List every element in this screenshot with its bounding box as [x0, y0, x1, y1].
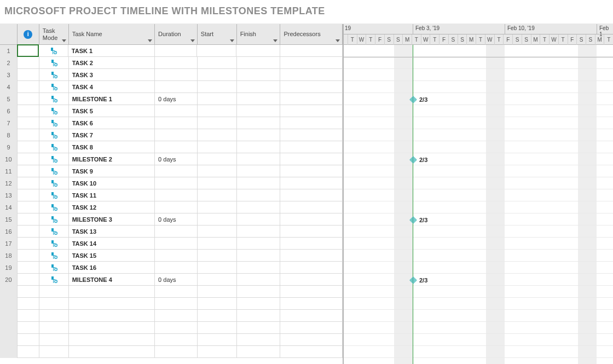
- table-row[interactable]: 19 ? TASK 16: [0, 262, 343, 274]
- task-name-cell[interactable]: TASK 11: [69, 189, 155, 201]
- start-cell[interactable]: [198, 117, 237, 129]
- finish-cell[interactable]: [237, 274, 281, 286]
- gantt-row[interactable]: [344, 45, 613, 57]
- task-mode-cell[interactable]: ?: [39, 81, 69, 93]
- task-mode-cell[interactable]: [39, 322, 69, 334]
- table-row[interactable]: 10 ? MILESTONE 2 0 days: [0, 153, 343, 165]
- finish-cell[interactable]: [237, 189, 281, 201]
- task-name-cell[interactable]: [69, 298, 155, 310]
- task-name-cell[interactable]: TASK 7: [69, 129, 155, 141]
- row-number[interactable]: 15: [0, 213, 18, 226]
- predecessors-cell[interactable]: [280, 298, 343, 310]
- row-number[interactable]: 10: [0, 153, 18, 165]
- task-mode-cell[interactable]: ?: [39, 250, 69, 262]
- info-cell[interactable]: [18, 189, 39, 201]
- table-row[interactable]: 6 ? TASK 5: [0, 105, 343, 117]
- gantt-row[interactable]: [344, 213, 613, 226]
- duration-cell[interactable]: [155, 117, 198, 129]
- start-cell[interactable]: [198, 69, 237, 81]
- duration-cell[interactable]: [155, 189, 198, 201]
- task-mode-cell[interactable]: ?: [39, 57, 69, 69]
- task-mode-cell[interactable]: ?: [39, 274, 69, 286]
- finish-cell[interactable]: [237, 129, 281, 141]
- start-cell[interactable]: [198, 310, 237, 322]
- start-cell[interactable]: [198, 322, 237, 334]
- rownum-header[interactable]: [0, 24, 18, 44]
- task-name-cell[interactable]: MILESTONE 3: [69, 213, 155, 226]
- duration-cell[interactable]: [155, 129, 198, 141]
- table-row[interactable]: [0, 346, 343, 358]
- predecessors-cell[interactable]: [280, 286, 343, 298]
- task-name-cell[interactable]: [69, 346, 155, 358]
- info-cell[interactable]: [18, 322, 39, 334]
- info-cell[interactable]: [18, 69, 39, 81]
- gantt-row[interactable]: [344, 286, 613, 298]
- row-number[interactable]: 2: [0, 57, 18, 69]
- start-cell[interactable]: [198, 213, 237, 226]
- row-number[interactable]: [0, 286, 18, 298]
- gantt-row[interactable]: [344, 334, 613, 346]
- finish-cell[interactable]: [237, 262, 281, 274]
- finish-cell[interactable]: [237, 226, 281, 238]
- info-cell[interactable]: [18, 334, 39, 346]
- task-name-cell[interactable]: TASK 6: [69, 117, 155, 129]
- row-number[interactable]: [0, 334, 18, 346]
- predecessors-cell[interactable]: [280, 153, 343, 165]
- task-name-cell[interactable]: TASK 13: [69, 226, 155, 238]
- task-name-cell[interactable]: TASK 9: [69, 165, 155, 177]
- row-number[interactable]: 13: [0, 189, 18, 201]
- row-number[interactable]: 20: [0, 274, 18, 286]
- duration-cell[interactable]: 0 days: [155, 274, 198, 286]
- task-mode-cell[interactable]: [39, 334, 69, 346]
- row-number[interactable]: [0, 346, 18, 358]
- predecessors-header[interactable]: Predecessors: [280, 24, 343, 44]
- gantt-row[interactable]: [344, 117, 613, 129]
- finish-cell[interactable]: [236, 45, 280, 57]
- info-cell[interactable]: [18, 117, 39, 129]
- info-cell[interactable]: [18, 93, 39, 105]
- start-cell[interactable]: [198, 238, 237, 250]
- task-mode-cell[interactable]: [39, 298, 69, 310]
- task-mode-cell[interactable]: ?: [39, 117, 69, 129]
- task-name-cell[interactable]: TASK 14: [69, 238, 155, 250]
- finish-cell[interactable]: [237, 57, 281, 69]
- finish-cell[interactable]: [237, 69, 281, 81]
- predecessors-cell[interactable]: [280, 322, 343, 334]
- gantt-row[interactable]: [344, 81, 613, 93]
- duration-cell[interactable]: [155, 346, 198, 358]
- table-row[interactable]: 14 ? TASK 12: [0, 201, 343, 213]
- table-row[interactable]: 16 ? TASK 13: [0, 226, 343, 238]
- gantt-row[interactable]: [344, 226, 613, 238]
- gantt-row[interactable]: [344, 69, 613, 81]
- gantt-row[interactable]: [344, 189, 613, 201]
- predecessors-cell[interactable]: [280, 57, 343, 69]
- task-mode-cell[interactable]: ?: [39, 141, 69, 153]
- task-name-cell[interactable]: TASK 5: [69, 105, 155, 117]
- duration-cell[interactable]: [155, 334, 198, 346]
- start-cell[interactable]: [198, 346, 237, 358]
- info-cell[interactable]: [18, 286, 39, 298]
- gantt-row[interactable]: [344, 153, 613, 165]
- duration-cell[interactable]: [155, 322, 198, 334]
- task-mode-cell[interactable]: [39, 346, 69, 358]
- start-cell[interactable]: [198, 274, 237, 286]
- info-cell[interactable]: [18, 141, 39, 153]
- table-row[interactable]: 3 ? TASK 3: [0, 69, 343, 81]
- gantt-row[interactable]: [344, 262, 613, 274]
- table-row[interactable]: 7 ? TASK 6: [0, 117, 343, 129]
- task-name-cell[interactable]: TASK 4: [69, 81, 155, 93]
- row-number[interactable]: 18: [0, 250, 18, 262]
- info-cell[interactable]: [18, 177, 39, 189]
- info-cell[interactable]: [18, 298, 39, 310]
- predecessors-cell[interactable]: [280, 69, 343, 81]
- predecessors-cell[interactable]: [280, 201, 343, 213]
- table-row[interactable]: [0, 334, 343, 346]
- duration-cell[interactable]: [155, 69, 198, 81]
- finish-cell[interactable]: [237, 201, 281, 213]
- finish-cell[interactable]: [237, 213, 281, 226]
- finish-cell[interactable]: [237, 105, 281, 117]
- task-mode-cell[interactable]: ?: [39, 45, 68, 57]
- start-cell[interactable]: [198, 165, 237, 177]
- gantt-row[interactable]: [344, 165, 613, 177]
- row-number[interactable]: 6: [0, 105, 18, 117]
